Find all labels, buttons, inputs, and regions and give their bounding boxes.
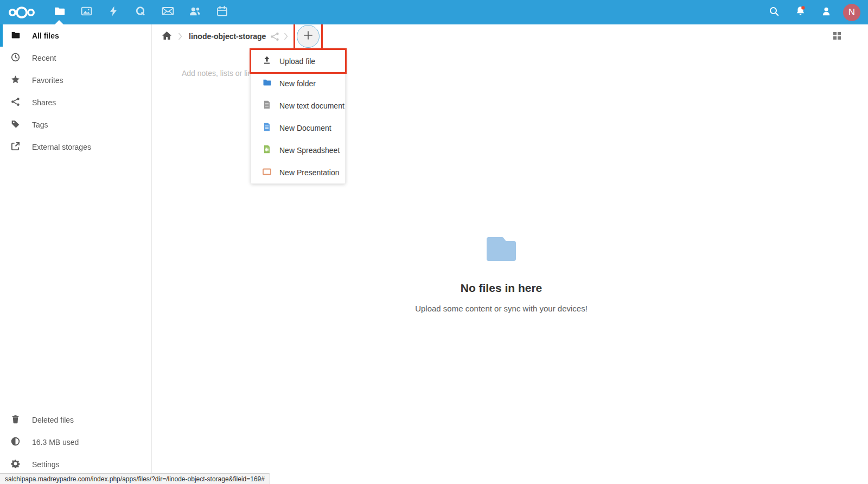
menu-item-new-folder[interactable]: New folder <box>251 72 345 94</box>
spreadsheet-icon <box>263 145 271 155</box>
chevron-right-icon <box>284 33 288 40</box>
app-calendar[interactable] <box>208 0 235 24</box>
sidebar-item-label: 16.3 MB used <box>32 438 79 447</box>
presentation-icon <box>263 168 271 177</box>
tag-icon <box>11 119 20 130</box>
files-sidebar: All files Recent Favorites Shares Tags E… <box>0 24 152 484</box>
quota-pie-icon <box>11 437 20 448</box>
grid-view-toggle[interactable] <box>830 30 844 44</box>
app-mail[interactable] <box>154 0 181 24</box>
menu-item-label: New text document <box>279 101 344 110</box>
contacts-menu-button[interactable] <box>817 0 835 24</box>
folder-icon <box>11 30 20 41</box>
sidebar-item-label: Tags <box>32 120 48 129</box>
big-folder-icon <box>487 237 516 263</box>
menu-item-label: New Presentation <box>279 168 340 177</box>
sidebar-item-label: Favorites <box>32 76 63 85</box>
menu-item-label: Upload file <box>279 57 315 66</box>
statusbar-url: salchipapa.madreypadre.com/index.php/app… <box>5 475 265 483</box>
sidebar-item-label: Settings <box>32 460 60 469</box>
empty-state-subtitle: Upload some content or sync with your de… <box>366 304 637 313</box>
menu-item-label: New Document <box>279 124 331 132</box>
app-photos[interactable] <box>73 0 100 24</box>
sidebar-item-deleted-files[interactable]: Deleted files <box>0 409 151 431</box>
home-icon <box>162 31 171 42</box>
sidebar-footer: Deleted files 16.3 MB used Settings <box>0 409 151 475</box>
upload-icon <box>263 56 271 66</box>
talk-icon <box>135 6 146 19</box>
new-file-menu: Upload file New folder New text document… <box>251 49 346 184</box>
breadcrumb: linode-object-storage <box>152 24 868 48</box>
gear-icon <box>11 459 20 470</box>
menu-item-label: New folder <box>279 79 316 88</box>
document-icon <box>263 123 271 133</box>
nextcloud-logo[interactable] <box>8 5 36 20</box>
files-icon <box>54 5 65 19</box>
share-icon <box>11 97 20 108</box>
annotation-box-add-button <box>293 22 323 51</box>
menu-item-label: New Spreadsheet <box>279 146 340 155</box>
sidebar-item-external-storages[interactable]: External storages <box>0 136 151 158</box>
search-icon <box>769 6 780 19</box>
menu-item-new-spreadsheet[interactable]: New Spreadsheet <box>251 139 345 161</box>
trash-icon <box>11 415 20 425</box>
photos-icon <box>81 5 92 19</box>
menu-item-new-text-document[interactable]: New text document <box>251 94 345 117</box>
sidebar-item-quota[interactable]: 16.3 MB used <box>0 431 151 453</box>
activity-icon <box>108 5 118 19</box>
breadcrumb-share-button[interactable] <box>270 32 279 41</box>
notes-placeholder[interactable]: Add notes, lists or lin <box>182 69 252 78</box>
star-icon <box>11 75 20 86</box>
menu-item-upload-file[interactable]: Upload file <box>251 50 345 72</box>
person-icon <box>821 6 832 19</box>
link-preview-statusbar: salchipapa.madreypadre.com/index.php/app… <box>0 473 270 484</box>
top-header-bar: N <box>0 0 868 24</box>
sidebar-item-recent[interactable]: Recent <box>0 47 151 69</box>
breadcrumb-folder-name[interactable]: linode-object-storage <box>189 32 266 41</box>
clock-icon <box>11 53 20 63</box>
calendar-icon <box>216 5 228 19</box>
empty-state-title: No files in here <box>366 282 637 295</box>
menu-item-new-presentation[interactable]: New Presentation <box>251 161 345 183</box>
app-contacts[interactable] <box>181 0 208 24</box>
sidebar-item-all-files[interactable]: All files <box>0 24 151 47</box>
bell-icon <box>795 5 806 19</box>
sidebar-item-label: External storages <box>32 143 91 151</box>
grid-icon <box>833 31 841 42</box>
mail-icon <box>162 6 174 18</box>
sidebar-item-label: Deleted files <box>32 416 74 424</box>
sidebar-item-favorites[interactable]: Favorites <box>0 69 151 91</box>
user-avatar[interactable]: N <box>843 4 860 21</box>
notifications-button[interactable] <box>791 0 809 24</box>
empty-folder-state: No files in here Upload some content or … <box>366 237 637 313</box>
avatar-initial: N <box>848 7 855 18</box>
new-folder-icon <box>263 78 271 88</box>
menu-item-new-document[interactable]: New Document <box>251 117 345 139</box>
new-file-button[interactable] <box>297 25 320 48</box>
breadcrumb-home[interactable] <box>159 29 175 44</box>
sidebar-item-settings[interactable]: Settings <box>0 453 151 475</box>
external-link-icon <box>11 142 20 152</box>
app-files[interactable] <box>46 0 73 24</box>
sidebar-item-label: All files <box>32 31 59 40</box>
sidebar-item-shares[interactable]: Shares <box>0 91 151 113</box>
sidebar-item-tags[interactable]: Tags <box>0 113 151 136</box>
chevron-right-icon <box>178 33 182 40</box>
sidebar-item-label: Recent <box>32 54 56 62</box>
plus-icon <box>303 30 313 42</box>
search-button[interactable] <box>765 0 783 24</box>
sidebar-item-label: Shares <box>32 98 56 107</box>
app-talk[interactable] <box>127 0 154 24</box>
app-activity[interactable] <box>100 0 127 24</box>
text-document-icon <box>263 100 271 111</box>
contacts-icon <box>189 6 201 18</box>
